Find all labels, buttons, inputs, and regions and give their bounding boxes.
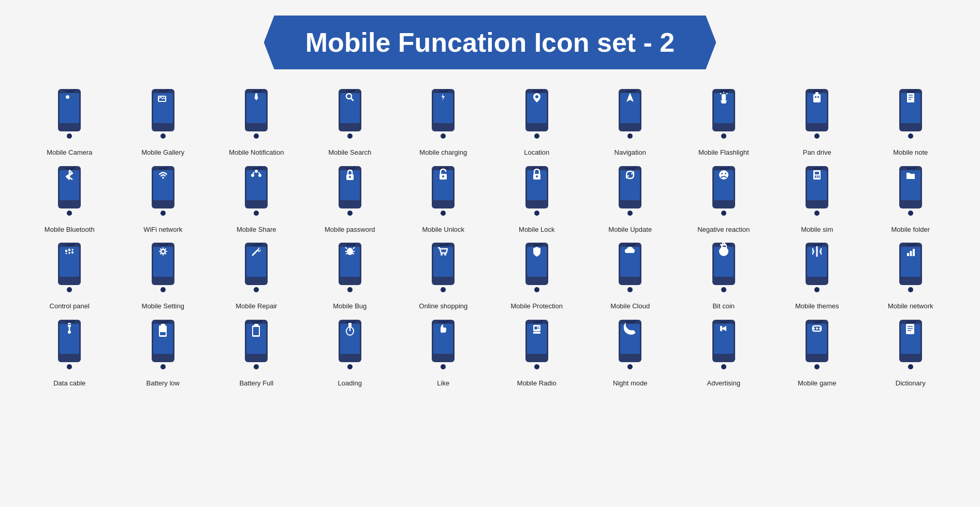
svg-point-107 [534, 211, 539, 216]
svg-point-22 [347, 133, 353, 139]
phone-svg [417, 316, 469, 375]
svg-point-178 [447, 243, 449, 245]
svg-rect-47 [722, 94, 726, 100]
svg-point-77 [160, 211, 166, 216]
svg-rect-130 [815, 172, 819, 174]
icon-item: Loading [304, 316, 396, 387]
svg-point-165 [347, 287, 353, 292]
phone-svg [324, 238, 376, 298]
svg-line-172 [346, 254, 347, 254]
icon-label: Location [524, 148, 549, 157]
icon-label: Mobile Flashlight [698, 148, 749, 157]
phone-svg [698, 316, 750, 375]
svg-point-128 [821, 167, 823, 169]
icon-item: Mobile Update [585, 162, 676, 234]
phone-svg [604, 85, 656, 144]
svg-point-253 [534, 364, 539, 369]
icon-item: Advertising [678, 316, 769, 387]
icon-label: Navigation [615, 148, 646, 157]
phone-svg [417, 162, 469, 221]
svg-point-3 [67, 133, 72, 139]
svg-rect-231 [252, 321, 260, 323]
svg-rect-252 [533, 321, 541, 323]
svg-point-46 [727, 90, 729, 92]
phone-svg [230, 238, 282, 298]
svg-rect-126 [813, 168, 821, 169]
icon-item: Mobile Camera [24, 85, 115, 157]
svg-rect-53 [813, 91, 821, 92]
svg-rect-1 [60, 93, 79, 123]
icon-label: Dictionary [896, 379, 926, 387]
svg-rect-214 [65, 321, 74, 323]
icon-item: Mobile Notification [211, 85, 302, 157]
phone-svg [511, 238, 563, 298]
icon-item: Mobile charging [398, 85, 489, 157]
svg-point-94 [354, 167, 356, 169]
svg-point-78 [167, 167, 169, 169]
svg-point-101 [447, 167, 449, 169]
icon-label: Mobile Camera [47, 148, 92, 157]
phone-svg [604, 238, 656, 298]
svg-line-173 [353, 254, 354, 254]
svg-point-269 [727, 320, 729, 322]
icon-item: Mobile themes [772, 238, 863, 310]
phone-svg [137, 316, 189, 375]
icon-label: Mobile Setting [142, 302, 184, 310]
svg-rect-62 [906, 91, 915, 92]
icon-label: Mobile Bug [333, 302, 367, 310]
phone-svg [698, 162, 750, 221]
svg-point-166 [354, 243, 356, 245]
svg-point-208 [914, 243, 916, 245]
svg-rect-152 [159, 244, 167, 246]
svg-point-224 [160, 364, 166, 369]
icon-label: Mobile Gallery [141, 148, 184, 157]
svg-point-137 [908, 211, 913, 216]
icon-label: Loading [338, 379, 362, 387]
svg-point-201 [814, 287, 820, 292]
icon-item: Location [491, 85, 582, 157]
svg-point-41 [634, 90, 636, 92]
svg-point-219 [68, 331, 71, 334]
icon-item: WiFi network [118, 162, 209, 234]
svg-rect-211 [913, 249, 915, 256]
svg-rect-158 [252, 244, 260, 246]
icon-item: Mobile game [772, 316, 863, 387]
svg-point-249 [447, 320, 449, 322]
svg-rect-131 [815, 175, 816, 178]
icon-label: Mobile Unlock [422, 226, 464, 234]
svg-point-23 [354, 90, 356, 92]
svg-rect-14 [252, 91, 260, 92]
icon-item: Mobile Flashlight [678, 85, 769, 157]
icon-label: Mobile themes [795, 302, 839, 310]
phone-svg [137, 238, 189, 298]
svg-point-63 [908, 133, 913, 139]
phone-svg [43, 316, 95, 375]
svg-point-274 [821, 320, 823, 322]
svg-rect-33 [533, 91, 541, 92]
svg-point-54 [814, 133, 820, 139]
svg-point-207 [908, 287, 913, 292]
svg-point-257 [534, 326, 537, 330]
icon-label: Bit coin [712, 302, 735, 310]
svg-point-190 [634, 243, 636, 245]
svg-point-160 [260, 243, 262, 245]
icon-label: Battery Full [239, 379, 273, 387]
phone-svg [417, 85, 469, 144]
svg-rect-44 [720, 91, 728, 92]
phone-svg [698, 85, 750, 144]
icon-item: Mobile Share [211, 162, 302, 234]
svg-rect-113 [626, 168, 634, 169]
svg-rect-5 [66, 95, 69, 99]
svg-rect-136 [906, 168, 915, 169]
svg-point-241 [354, 320, 356, 322]
svg-point-159 [254, 287, 259, 292]
icon-label: Mobile Protection [511, 302, 563, 310]
phone-svg [230, 85, 282, 144]
icon-item: Mobile sim [772, 162, 863, 234]
svg-point-45 [721, 133, 726, 139]
svg-text:₿: ₿ [720, 241, 727, 257]
svg-rect-20 [340, 93, 360, 123]
svg-point-73 [73, 167, 75, 169]
svg-point-283 [914, 320, 916, 322]
svg-rect-129 [813, 170, 821, 180]
